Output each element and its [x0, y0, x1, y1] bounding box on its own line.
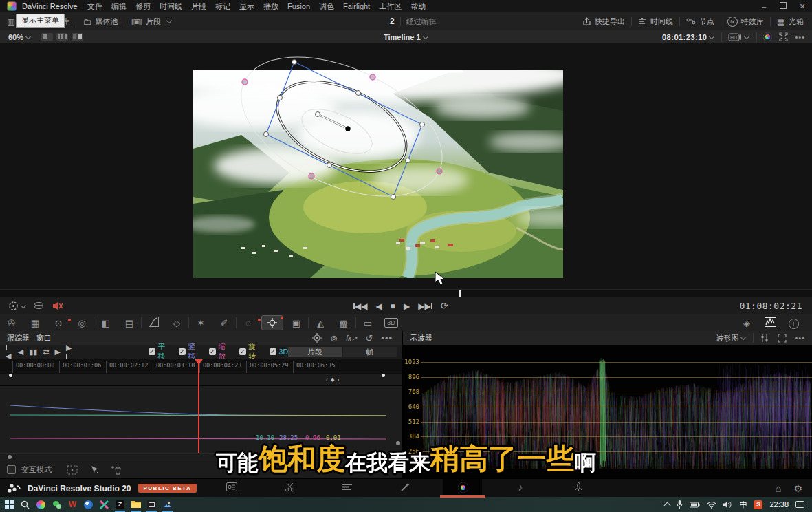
transform-box[interactable] [266, 62, 422, 197]
menu-fusion[interactable]: Fusion [287, 2, 310, 10]
play-reverse-button[interactable]: ◀ [375, 301, 382, 311]
volume-icon[interactable] [723, 501, 732, 509]
taskbar-app-wps[interactable]: W [65, 497, 80, 512]
notification-icon[interactable] [795, 501, 804, 509]
track-forward-button[interactable]: ▶ [55, 348, 61, 356]
page-deliver[interactable] [567, 479, 590, 495]
taskbar-app-photos[interactable] [160, 497, 175, 512]
taskbar-app-capcut[interactable]: Z [112, 497, 128, 512]
menu-fairlight[interactable]: Fairlight [343, 2, 370, 10]
3d-checkbox[interactable]: ✓ [270, 348, 276, 355]
menu-playback[interactable]: 播放 [263, 1, 278, 12]
window-center-handle[interactable] [345, 126, 351, 132]
tracker-graph[interactable]: 10.10 28.25 0.96 0.01 [0, 385, 402, 454]
timeline-panel-button[interactable]: 时间线 [638, 17, 673, 27]
keyframe-icon[interactable]: ◆ [331, 377, 334, 383]
nodes-panel-button[interactable]: 节点 [686, 17, 714, 27]
magic-mask-icon[interactable]: ▣ [285, 318, 308, 328]
rgb-mixer-icon[interactable]: ◧ [94, 318, 118, 328]
onscreen-controls-icon[interactable] [8, 301, 19, 311]
menu-color[interactable]: 调色 [319, 1, 334, 12]
menu-trim[interactable]: 修剪 [135, 1, 151, 12]
scrub-playhead[interactable] [459, 290, 461, 297]
color-warper-icon[interactable]: ◇ [165, 318, 188, 328]
cloud-tracker-icon[interactable]: ⊚ [330, 334, 338, 343]
zoom-level[interactable]: 60% [8, 33, 23, 41]
scope-options-icon[interactable]: ••• [795, 334, 805, 342]
play-button[interactable]: ▶ [404, 301, 410, 311]
view-mode-grid-icon[interactable] [56, 33, 68, 41]
stereo-3d-icon[interactable]: 3D [380, 319, 403, 326]
hdr-grade-icon[interactable]: ◎ [70, 318, 94, 328]
lightbox-button[interactable]: ▦ 光箱 [777, 17, 804, 27]
tab-frame[interactable]: 帧 [343, 347, 397, 357]
maximize-button[interactable] [773, 2, 793, 10]
home-icon[interactable]: ⌂ [775, 482, 781, 494]
menu-clip[interactable]: 片段 [191, 1, 206, 12]
expand-icon[interactable] [778, 334, 787, 343]
picker-icon[interactable]: ✐ [212, 318, 236, 328]
menu-view[interactable]: 显示 [239, 1, 254, 12]
effects-library-button[interactable]: fx 特效库 [727, 17, 764, 27]
track-bidirectional-button[interactable]: ⇄ [43, 348, 49, 356]
window-icon[interactable]: ◌ [237, 318, 260, 328]
page-color[interactable] [451, 479, 474, 495]
audio-mute-icon[interactable] [52, 301, 63, 310]
taskbar-app-colorful-x[interactable] [96, 497, 112, 512]
keyframe-dot[interactable] [9, 374, 12, 377]
start-button[interactable] [1, 497, 17, 512]
rotate-checkbox[interactable]: ✓ [239, 348, 246, 355]
scope-settings-icon[interactable] [760, 334, 769, 343]
taskbar-app-media-player[interactable] [33, 497, 49, 512]
color-match-icon[interactable]: ▦ [23, 318, 47, 328]
insert-tracker-box-icon[interactable] [67, 465, 78, 475]
page-media[interactable] [220, 479, 243, 495]
power-window-overlay[interactable] [0, 43, 812, 289]
tray-expand-icon[interactable] [665, 501, 670, 508]
next-keyframe-icon[interactable]: › [337, 376, 339, 383]
taskbar-app-explorer[interactable] [128, 497, 144, 512]
chevron-down-icon[interactable] [21, 302, 26, 308]
close-button[interactable]: ✕ [793, 2, 812, 11]
minimize-button[interactable]: – [754, 2, 773, 10]
wipe-modes-icon[interactable] [34, 301, 44, 310]
reset-icon[interactable]: ↺ [365, 334, 373, 343]
view-mode-single-icon[interactable] [41, 33, 53, 41]
page-fusion[interactable] [393, 479, 417, 495]
fullscreen-icon[interactable] [779, 32, 788, 41]
battery-icon[interactable] [690, 502, 700, 508]
keyframe-nav[interactable]: ‹◆› [326, 376, 339, 383]
page-fairlight[interactable]: ♪ [509, 479, 532, 495]
tab-clip[interactable]: 片段 [288, 347, 342, 357]
color-wheel-icon[interactable] [763, 32, 772, 41]
curves-icon[interactable] [142, 317, 165, 329]
taskbar-search-icon[interactable] [17, 497, 33, 512]
menu-file[interactable]: 文件 [87, 1, 102, 12]
chevron-down-icon[interactable] [709, 33, 714, 39]
scope-mode-selector[interactable]: 波形图 [716, 333, 738, 343]
info-icon[interactable]: i [782, 317, 805, 329]
view-mode-split-icon[interactable] [72, 33, 83, 41]
menu-help[interactable]: 帮助 [410, 1, 426, 12]
zoom-checkbox[interactable]: ✓ [209, 348, 216, 355]
menu-timeline[interactable]: 时间线 [160, 1, 182, 12]
wifi-icon[interactable] [707, 501, 716, 509]
fusion-tracker-icon[interactable]: fx↗ [346, 334, 357, 342]
timeline-selector[interactable]: Timeline 1 [384, 33, 421, 41]
track-to-end-button[interactable]: ▶ [66, 343, 73, 361]
color-wheels-icon[interactable]: ⊙ [47, 318, 70, 328]
menu-workspace[interactable]: 工作区 [379, 1, 402, 12]
settings-gear-icon[interactable]: ⚙ [793, 483, 802, 494]
prev-keyframe-icon[interactable]: ‹ [326, 376, 328, 383]
keyframe-dot[interactable] [382, 374, 385, 377]
blur-icon[interactable]: ◭ [309, 318, 332, 328]
quick-export-button[interactable]: 快捷导出 [582, 17, 625, 27]
pause-button[interactable]: ▮▮ [29, 348, 37, 356]
taskbar-app-wechat[interactable] [49, 497, 65, 512]
menu-edit[interactable]: 编辑 [111, 1, 127, 12]
more-options-icon[interactable]: ••• [795, 33, 805, 41]
chevron-down-icon[interactable] [744, 33, 749, 39]
tracker-options-icon[interactable]: ••• [381, 334, 393, 343]
keyframes-icon[interactable]: ◈ [735, 318, 758, 328]
loop-button[interactable]: ⟳ [441, 301, 448, 311]
